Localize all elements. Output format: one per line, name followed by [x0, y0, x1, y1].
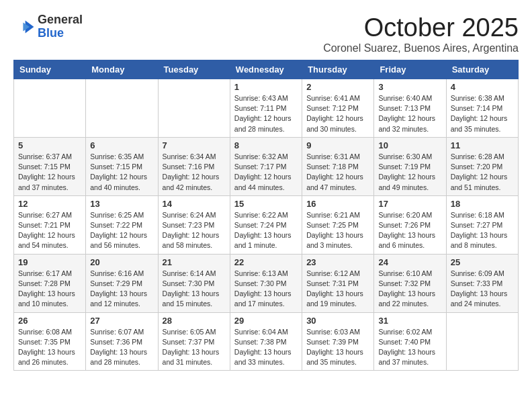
calendar-cell: 21Sunrise: 6:14 AM Sunset: 7:30 PM Dayli… [158, 254, 230, 312]
calendar-cell: 15Sunrise: 6:22 AM Sunset: 7:24 PM Dayli… [230, 195, 302, 254]
weekday-header: Tuesday [158, 60, 230, 79]
day-info: Sunrise: 6:28 AM Sunset: 7:20 PM Dayligh… [451, 152, 514, 193]
calendar-cell: 10Sunrise: 6:30 AM Sunset: 7:19 PM Dayli… [374, 137, 446, 195]
calendar-cell: 26Sunrise: 6:08 AM Sunset: 7:35 PM Dayli… [14, 312, 86, 371]
calendar-cell: 16Sunrise: 6:21 AM Sunset: 7:25 PM Dayli… [302, 195, 374, 254]
calendar-cell: 4Sunrise: 6:38 AM Sunset: 7:14 PM Daylig… [446, 79, 518, 138]
calendar-cell: 2Sunrise: 6:41 AM Sunset: 7:12 PM Daylig… [302, 79, 374, 138]
day-info: Sunrise: 6:22 AM Sunset: 7:24 PM Dayligh… [234, 210, 298, 251]
day-number: 28 [163, 316, 226, 326]
day-info: Sunrise: 6:05 AM Sunset: 7:37 PM Dayligh… [163, 327, 226, 368]
day-number: 29 [234, 316, 298, 326]
day-info: Sunrise: 6:21 AM Sunset: 7:25 PM Dayligh… [306, 210, 369, 251]
calendar-cell: 28Sunrise: 6:05 AM Sunset: 7:37 PM Dayli… [158, 312, 230, 371]
page-header: General Blue October 2025 Coronel Suarez… [13, 13, 519, 54]
day-number: 18 [451, 199, 514, 209]
weekday-header: Wednesday [230, 60, 302, 79]
weekday-header: Monday [86, 60, 158, 79]
day-info: Sunrise: 6:04 AM Sunset: 7:38 PM Dayligh… [234, 327, 298, 368]
logo-general: General [38, 13, 83, 27]
day-number: 7 [163, 140, 226, 150]
weekday-header: Friday [374, 60, 446, 79]
day-number: 31 [378, 316, 441, 326]
calendar-cell: 30Sunrise: 6:03 AM Sunset: 7:39 PM Dayli… [302, 312, 374, 371]
day-info: Sunrise: 6:03 AM Sunset: 7:39 PM Dayligh… [306, 327, 369, 368]
day-info: Sunrise: 6:37 AM Sunset: 7:15 PM Dayligh… [18, 152, 81, 193]
calendar-cell: 8Sunrise: 6:32 AM Sunset: 7:17 PM Daylig… [230, 137, 302, 195]
calendar-cell: 29Sunrise: 6:04 AM Sunset: 7:38 PM Dayli… [230, 312, 302, 371]
day-info: Sunrise: 6:35 AM Sunset: 7:15 PM Dayligh… [90, 152, 153, 193]
day-info: Sunrise: 6:30 AM Sunset: 7:19 PM Dayligh… [378, 152, 441, 193]
day-info: Sunrise: 6:25 AM Sunset: 7:22 PM Dayligh… [90, 210, 153, 251]
calendar-cell: 13Sunrise: 6:25 AM Sunset: 7:22 PM Dayli… [86, 195, 158, 254]
calendar-cell: 12Sunrise: 6:27 AM Sunset: 7:21 PM Dayli… [14, 195, 86, 254]
calendar-week-row: 1Sunrise: 6:43 AM Sunset: 7:11 PM Daylig… [14, 79, 519, 138]
title-block: October 2025 Coronel Suarez, Buenos Aire… [323, 13, 519, 54]
calendar-cell: 31Sunrise: 6:02 AM Sunset: 7:40 PM Dayli… [374, 312, 446, 371]
day-info: Sunrise: 6:08 AM Sunset: 7:35 PM Dayligh… [18, 327, 81, 368]
calendar-week-row: 12Sunrise: 6:27 AM Sunset: 7:21 PM Dayli… [14, 195, 519, 254]
calendar-week-row: 19Sunrise: 6:17 AM Sunset: 7:28 PM Dayli… [14, 254, 519, 312]
day-info: Sunrise: 6:07 AM Sunset: 7:36 PM Dayligh… [90, 327, 153, 368]
calendar-cell: 22Sunrise: 6:13 AM Sunset: 7:30 PM Dayli… [230, 254, 302, 312]
day-info: Sunrise: 6:40 AM Sunset: 7:13 PM Dayligh… [378, 93, 441, 134]
calendar-cell: 1Sunrise: 6:43 AM Sunset: 7:11 PM Daylig… [230, 79, 302, 138]
day-info: Sunrise: 6:38 AM Sunset: 7:14 PM Dayligh… [451, 93, 514, 134]
day-number: 11 [451, 140, 514, 150]
day-info: Sunrise: 6:02 AM Sunset: 7:40 PM Dayligh… [378, 327, 441, 368]
day-info: Sunrise: 6:34 AM Sunset: 7:16 PM Dayligh… [163, 152, 226, 193]
day-number: 22 [234, 257, 298, 267]
day-info: Sunrise: 6:24 AM Sunset: 7:23 PM Dayligh… [163, 210, 226, 251]
day-number: 8 [234, 140, 298, 150]
calendar-cell: 20Sunrise: 6:16 AM Sunset: 7:29 PM Dayli… [86, 254, 158, 312]
day-number: 25 [451, 257, 514, 267]
day-number: 1 [234, 82, 298, 92]
calendar-cell [86, 79, 158, 138]
calendar-cell: 18Sunrise: 6:18 AM Sunset: 7:27 PM Dayli… [446, 195, 518, 254]
day-info: Sunrise: 6:27 AM Sunset: 7:21 PM Dayligh… [18, 210, 81, 251]
day-number: 20 [90, 257, 153, 267]
day-number: 15 [234, 199, 298, 209]
day-info: Sunrise: 6:18 AM Sunset: 7:27 PM Dayligh… [451, 210, 514, 251]
day-info: Sunrise: 6:43 AM Sunset: 7:11 PM Dayligh… [234, 93, 298, 134]
day-number: 19 [18, 257, 81, 267]
day-number: 21 [163, 257, 226, 267]
weekday-header: Sunday [14, 60, 86, 79]
day-info: Sunrise: 6:31 AM Sunset: 7:18 PM Dayligh… [306, 152, 369, 193]
calendar-week-row: 5Sunrise: 6:37 AM Sunset: 7:15 PM Daylig… [14, 137, 519, 195]
calendar-cell: 7Sunrise: 6:34 AM Sunset: 7:16 PM Daylig… [158, 137, 230, 195]
logo-text: General Blue [38, 13, 83, 40]
day-number: 3 [378, 82, 441, 92]
day-info: Sunrise: 6:20 AM Sunset: 7:26 PM Dayligh… [378, 210, 441, 251]
day-info: Sunrise: 6:12 AM Sunset: 7:31 PM Dayligh… [306, 269, 369, 310]
day-number: 17 [378, 199, 441, 209]
weekday-header: Saturday [446, 60, 518, 79]
calendar-cell: 19Sunrise: 6:17 AM Sunset: 7:28 PM Dayli… [14, 254, 86, 312]
day-number: 5 [18, 140, 81, 150]
day-number: 26 [18, 316, 81, 326]
day-number: 23 [306, 257, 369, 267]
day-info: Sunrise: 6:32 AM Sunset: 7:17 PM Dayligh… [234, 152, 298, 193]
calendar-cell: 25Sunrise: 6:09 AM Sunset: 7:33 PM Dayli… [446, 254, 518, 312]
calendar-week-row: 26Sunrise: 6:08 AM Sunset: 7:35 PM Dayli… [14, 312, 519, 371]
day-number: 27 [90, 316, 153, 326]
calendar-cell: 27Sunrise: 6:07 AM Sunset: 7:36 PM Dayli… [86, 312, 158, 371]
calendar-cell: 3Sunrise: 6:40 AM Sunset: 7:13 PM Daylig… [374, 79, 446, 138]
day-info: Sunrise: 6:13 AM Sunset: 7:30 PM Dayligh… [234, 269, 298, 310]
logo-icon [13, 16, 35, 38]
calendar-cell: 9Sunrise: 6:31 AM Sunset: 7:18 PM Daylig… [302, 137, 374, 195]
calendar-cell: 17Sunrise: 6:20 AM Sunset: 7:26 PM Dayli… [374, 195, 446, 254]
day-number: 9 [306, 140, 369, 150]
weekday-header-row: SundayMondayTuesdayWednesdayThursdayFrid… [14, 60, 519, 79]
logo: General Blue [13, 13, 83, 40]
day-number: 30 [306, 316, 369, 326]
day-info: Sunrise: 6:17 AM Sunset: 7:28 PM Dayligh… [18, 269, 81, 310]
day-number: 4 [451, 82, 514, 92]
day-number: 16 [306, 199, 369, 209]
day-info: Sunrise: 6:09 AM Sunset: 7:33 PM Dayligh… [451, 269, 514, 310]
day-number: 10 [378, 140, 441, 150]
day-info: Sunrise: 6:41 AM Sunset: 7:12 PM Dayligh… [306, 93, 369, 134]
month-title: October 2025 [323, 13, 519, 42]
location-title: Coronel Suarez, Buenos Aires, Argentina [323, 42, 519, 54]
day-info: Sunrise: 6:16 AM Sunset: 7:29 PM Dayligh… [90, 269, 153, 310]
